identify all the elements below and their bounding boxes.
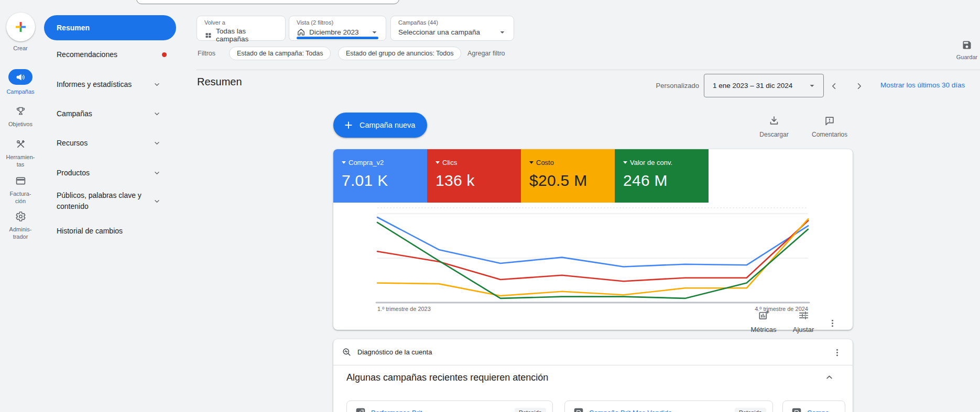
- kebab-icon: [832, 348, 842, 358]
- status-badge: Detenida: [735, 408, 766, 412]
- billing-card-icon: [15, 175, 26, 186]
- new-campaign-button[interactable]: Campaña nueva: [333, 113, 427, 138]
- rail-item-crear[interactable]: Crear: [0, 13, 41, 52]
- comments-button[interactable]: Comentarios: [804, 115, 855, 138]
- sidebar-item-informes-y-estadi-sticas[interactable]: Informes y estadísticas: [44, 78, 176, 91]
- summary-card-menu-button[interactable]: [825, 316, 840, 330]
- rail-item-herramientas[interactable]: Herramien-tas: [0, 138, 41, 168]
- campaign-row: Campaña Brit Mas VendidaDetenida: [573, 407, 766, 412]
- sidebar-item-pu-blicos-palabras-clave-y-contenido[interactable]: Públicos, palabras clave y contenido: [44, 190, 176, 213]
- caret-down-icon: [435, 161, 440, 164]
- metric-value: 7.01 K: [342, 172, 427, 190]
- chevron-down-icon: [153, 197, 161, 206]
- rail-item-label: Factura-: [0, 190, 41, 197]
- date-range-selector[interactable]: 1 ene 2023 – 31 dic 2024: [704, 74, 824, 97]
- save-icon: [962, 40, 972, 50]
- date-prev-button[interactable]: [826, 78, 842, 94]
- metric-card-compra-v2[interactable]: Compra_v27.01 K: [333, 149, 427, 203]
- chevron-down-icon: [153, 139, 161, 148]
- chevron-down-icon: [153, 139, 161, 148]
- caret-down-icon: [342, 161, 346, 164]
- save-icon: [962, 40, 972, 50]
- rail-item-label: Adminis-: [0, 226, 41, 233]
- grid-icon: [204, 31, 212, 39]
- download-icon: [768, 115, 780, 127]
- chevron-down-icon: [153, 169, 161, 177]
- gear-icon: [15, 211, 26, 222]
- filter-chip[interactable]: Estado del grupo de anuncios: Todos: [338, 47, 461, 60]
- date-next-button[interactable]: [851, 78, 867, 94]
- diagnostics-magnifier-icon: [342, 347, 352, 357]
- scope-box-campan-as-44[interactable]: Campañas (44)Seleccionar una campaña: [390, 16, 514, 41]
- account-diagnostics-card: Diagnóstico de la cuenta Algunas campaña…: [333, 339, 853, 412]
- campaign-link[interactable]: Campaña Brit Mas Vendida: [589, 409, 672, 412]
- metric-card-costo[interactable]: Costo$20.5 M: [521, 149, 615, 203]
- rail-item-label: Herramien-: [0, 153, 41, 161]
- scope-box-value: Todas las campañas: [216, 27, 279, 43]
- diagnostics-menu-button[interactable]: [830, 345, 844, 360]
- status-badge: Detenida: [515, 408, 546, 412]
- metrics-button[interactable]: Métricas: [746, 309, 781, 333]
- tools-icon: [15, 139, 26, 150]
- top-search-box[interactable]: [136, 0, 399, 4]
- show-last-30-days-link[interactable]: Mostrar los últimos 30 días: [880, 81, 965, 89]
- rail-item-campan-as[interactable]: Campañas: [0, 69, 41, 95]
- create-plus-icon: [14, 20, 28, 34]
- add-filter-button[interactable]: Agregar filtro: [467, 50, 505, 57]
- campaign-link[interactable]: Performance Brit: [371, 409, 422, 412]
- rail-item-label: Campañas: [0, 88, 41, 95]
- filter-chip[interactable]: Estado de la campaña: Todas: [229, 47, 331, 60]
- metric-card-clics[interactable]: Clics136 k: [427, 149, 521, 203]
- metric-value: $20.5 M: [529, 172, 615, 190]
- save-button[interactable]: Guardar: [949, 40, 980, 60]
- download-button[interactable]: Descargar: [753, 115, 795, 138]
- attention-section-title: Algunas campañas recientes requieren ate…: [346, 372, 548, 383]
- plus-icon: [343, 119, 354, 131]
- chevron-down-icon: [153, 197, 161, 206]
- metric-name: Clics: [442, 159, 457, 166]
- collapse-section-button[interactable]: [824, 372, 835, 383]
- page-title: Resumen: [197, 76, 242, 88]
- scope-box-value: Seleccionar una campaña: [398, 28, 480, 36]
- rail-item-facturacio-n[interactable]: Factura-ción: [0, 174, 41, 205]
- sidebar-item-label: Recomendaciones: [44, 49, 117, 60]
- sidebar-item-label: Recursos: [44, 138, 88, 149]
- sidebar-item-label: Historial de cambios: [44, 226, 123, 237]
- campaign-type-icon: [573, 407, 584, 412]
- caret-down-icon: [369, 27, 379, 37]
- sidebar-item-recomendaciones[interactable]: Recomendaciones: [44, 48, 176, 61]
- campaign-link[interactable]: Campa: [807, 409, 829, 412]
- rail-item-objetivos[interactable]: Objetivos: [0, 105, 41, 128]
- caret-down-icon: [807, 81, 817, 91]
- rail-item-administrador[interactable]: Adminis-trador: [0, 210, 41, 240]
- scope-box-vista-2-filtros[interactable]: Vista (2 filtros)Diciembre 2023: [289, 16, 386, 41]
- adjust-button[interactable]: Ajustar: [786, 309, 821, 333]
- google-ads-overview-page: { "theme": {"accent": "#1a73e8", "backgr…: [0, 0, 980, 412]
- plus-icon: [343, 119, 354, 131]
- attention-campaign-card: Performance BritDetenida: [346, 400, 553, 412]
- sidebar-item-historial-de-cambios[interactable]: Historial de cambios: [44, 225, 176, 237]
- scope-box-label: Vista (2 filtros): [289, 16, 386, 26]
- sidebar-item-recursos[interactable]: Recursos: [44, 137, 176, 149]
- sidebar-item-resumen[interactable]: Resumen: [44, 15, 176, 40]
- header-divider: [197, 70, 980, 70]
- scope-box-label: Campañas (44): [391, 16, 514, 26]
- metric-name: Compra_v2: [349, 159, 384, 166]
- metric-card-valor-de-conv[interactable]: Valor de conv.246 M: [615, 149, 709, 203]
- sidebar-item-productos[interactable]: Productos: [44, 166, 176, 179]
- campaign-row: Campa: [791, 407, 839, 412]
- rail-item-label: Objetivos: [0, 120, 41, 128]
- rail-item-label: Crear: [0, 44, 41, 52]
- metric-name: Valor de conv.: [630, 159, 672, 166]
- caret-down-icon: [529, 161, 533, 164]
- sidebar-item-campan-as[interactable]: Campañas: [44, 107, 176, 120]
- scope-box-volver-a[interactable]: Volver aTodas las campañas: [197, 16, 286, 41]
- metric-value: 246 M: [623, 172, 709, 190]
- new-campaign-label: Campaña nueva: [360, 121, 415, 129]
- rail-item-label: trador: [0, 233, 41, 240]
- caret-down-icon: [807, 81, 817, 91]
- rail-item-label: ción: [0, 197, 41, 205]
- scope-box-label: Volver a: [197, 16, 285, 26]
- sidebar-item-label: Informes y estadísticas: [44, 79, 132, 90]
- notification-dot: [162, 52, 167, 57]
